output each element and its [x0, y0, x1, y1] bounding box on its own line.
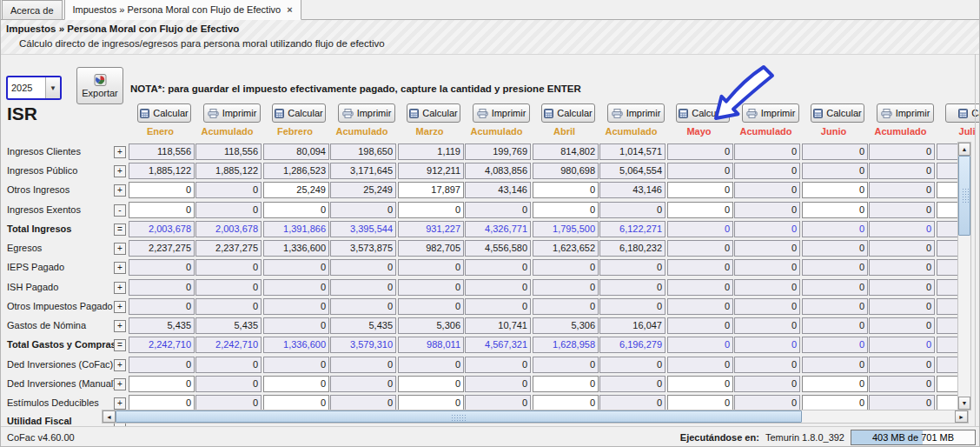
row-label: Estímulos Deducibles: [7, 397, 111, 408]
horizontal-scroll-thumb[interactable]: [116, 410, 802, 423]
table-cell: 0: [129, 298, 195, 315]
close-icon[interactable]: ×: [287, 4, 292, 15]
tab-bar: Acerca de Impuestos » Persona Moral con …: [0, 0, 980, 20]
vertical-scrollbar[interactable]: ▲ ▼: [957, 142, 971, 410]
table-cell: 0: [802, 143, 868, 160]
tab-acerca-de[interactable]: Acerca de: [2, 0, 63, 19]
table-cell: 0: [869, 357, 935, 373]
table-cell: 6,196,279: [599, 337, 665, 353]
imprimir-button[interactable]: Imprimir: [203, 103, 261, 123]
operator-box: +: [114, 397, 126, 410]
imprimir-button[interactable]: Imprimir: [742, 103, 799, 123]
table-cell-input[interactable]: 0: [533, 182, 599, 198]
table-cell: 0: [667, 259, 733, 276]
imprimir-button-label: Imprimir: [761, 108, 796, 118]
table-cell: 0: [398, 357, 464, 373]
table-cell-input[interactable]: 0: [533, 202, 599, 218]
table-cell: 0: [263, 357, 329, 373]
table-cell: 0: [195, 376, 262, 392]
row-label: Gastos de Nómina: [7, 320, 111, 330]
calcular-button[interactable]: Calcular: [811, 103, 864, 123]
tab-impuestos-flujo-efectivo[interactable]: Impuestos » Persona Moral con Flujo de E…: [64, 0, 301, 20]
table-cell-input[interactable]: 0: [129, 376, 195, 392]
calcular-button-label: Calcular: [557, 108, 592, 118]
table-cell: 1,623,652: [533, 240, 599, 257]
table-cell-input[interactable]: 25,249: [263, 182, 329, 198]
calculator-icon: [958, 109, 968, 118]
table-cell: 0: [330, 279, 396, 296]
table-cell: 5,435: [330, 317, 396, 334]
table-cell: 198,650: [330, 143, 396, 160]
table-cell-input[interactable]: 0: [263, 202, 329, 218]
operator-box: +: [114, 378, 126, 390]
calcular-button[interactable]: Calcular: [137, 103, 191, 123]
table-cell-input[interactable]: 0: [667, 202, 733, 218]
table-cell-input[interactable]: 0: [667, 182, 733, 198]
table-cell: 2,242,710: [129, 337, 195, 353]
table-cell-input[interactable]: 0: [263, 376, 329, 392]
table-cell: 0: [802, 240, 868, 257]
table-cell: 5,064,554: [599, 163, 665, 179]
runtime-status: Ejecutándose en: Temurin 1.8.0_392 403 M…: [680, 430, 976, 445]
table-cell: 0: [869, 182, 935, 198]
imprimir-button[interactable]: Imprimir: [877, 103, 934, 123]
scroll-left-icon[interactable]: ◄: [103, 410, 116, 423]
imprimir-button[interactable]: Imprimir: [338, 103, 395, 123]
operator-box: +: [114, 262, 126, 274]
table-cell: 118,556: [129, 143, 195, 160]
table-cell-input[interactable]: 0: [667, 376, 733, 392]
imprimir-button[interactable]: Imprimir: [607, 103, 665, 123]
table-cell: 1,391,866: [263, 221, 329, 237]
table-cell: 5,306: [533, 317, 599, 334]
table-cell: 2,237,275: [195, 240, 262, 257]
table-cell-input[interactable]: 0: [533, 376, 599, 392]
tax-grid: CalcularImprimirEneroAcumuladoCalcularIm…: [0, 0, 980, 447]
scroll-right-icon[interactable]: ►: [955, 410, 968, 423]
table-cell: 912,211: [398, 163, 464, 179]
table-cell-input[interactable]: 0: [802, 182, 868, 198]
calcular-button-label: Calcular: [422, 108, 457, 118]
table-cell: 0: [195, 298, 262, 315]
calcular-button[interactable]: Calcular: [407, 103, 460, 123]
table-cell: 1,286,523: [263, 163, 329, 179]
calcular-button[interactable]: Calcular: [676, 103, 730, 123]
table-cell-input[interactable]: 17,897: [398, 182, 464, 198]
table-cell: 0: [802, 317, 868, 334]
table-cell-input[interactable]: 0: [129, 182, 195, 198]
table-cell: 0: [734, 298, 800, 315]
table-cell-input[interactable]: 0: [802, 202, 868, 218]
printer-icon: [612, 109, 623, 118]
table-cell: 982,705: [398, 240, 464, 257]
horizontal-scrollbar[interactable]: ◄ ►: [102, 410, 969, 424]
table-cell: 0: [195, 357, 262, 373]
table-cell: 0: [869, 376, 935, 392]
table-cell: 4,567,321: [465, 337, 531, 353]
operator-box: +: [114, 359, 126, 371]
table-cell-input[interactable]: 0: [398, 202, 464, 218]
table-cell-input[interactable]: 0: [129, 202, 195, 218]
imprimir-button[interactable]: Imprimir: [473, 103, 530, 123]
printer-icon: [881, 109, 892, 118]
table-cell: 0: [734, 221, 800, 237]
scroll-down-icon[interactable]: ▼: [958, 397, 970, 410]
table-cell: 0: [129, 259, 195, 276]
table-cell: 1,628,958: [533, 337, 599, 353]
vertical-scroll-thumb[interactable]: [958, 156, 970, 236]
operator-box: +: [114, 165, 126, 177]
imprimir-button-label: Imprimir: [492, 108, 526, 118]
table-cell: 2,237,275: [129, 240, 195, 257]
table-cell: 0: [734, 376, 800, 392]
table-cell-input[interactable]: 0: [802, 376, 868, 392]
table-cell: 0: [734, 357, 800, 373]
calcular-button[interactable]: Calcular: [541, 103, 595, 123]
table-cell: 0: [667, 143, 733, 160]
table-cell: 0: [465, 279, 531, 296]
calculator-icon: [275, 109, 284, 118]
imprimir-button-label: Imprimir: [626, 108, 661, 118]
scroll-up-icon[interactable]: ▲: [958, 143, 970, 156]
row-label: IEPS Pagado: [7, 262, 111, 272]
table-cell-input[interactable]: 0: [398, 376, 464, 392]
printer-icon: [342, 109, 354, 118]
calcular-button[interactable]: Calcular: [272, 103, 326, 123]
table-cell: 3,171,645: [330, 163, 396, 179]
